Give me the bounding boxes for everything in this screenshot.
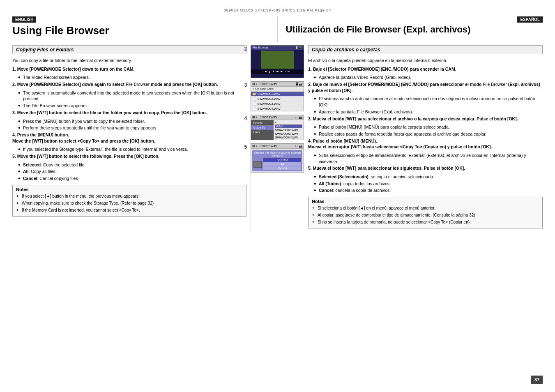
screen4-path: ⊞ /.../ 100SSWAV	[252, 115, 277, 119]
screen4-display: ⊞ /.../ 100SSWAV ↑↓ 📷 Delete Copy To Loc…	[251, 115, 304, 140]
screen4-block: 4 ⊞ /.../ 100SSWAV ↑↓ 📷 Delete Copy To L…	[251, 115, 304, 140]
screen5-display: ⊞ /.../ 100SSWAV ↑↓ 📷 Choose the file(s)…	[251, 143, 304, 173]
screen2-number: 2	[244, 46, 247, 52]
screen4-icons: ↑↓ 📷	[295, 115, 303, 119]
screen3-icons: 📱📷	[295, 82, 302, 86]
screen3-uplevel: ↑Up One Level	[251, 87, 304, 92]
screen2-image	[261, 51, 294, 69]
step2-left: 2. Move [POWER/MODE Selector] down again…	[12, 81, 246, 88]
note-item: Si no se inserta la tarjeta de memoria, …	[312, 219, 539, 225]
screen4-wav: WAV	[275, 125, 302, 128]
step2-right: 2. Baje de nuevo el [Selector POWER/MODE…	[308, 81, 543, 93]
memory-card-icon	[253, 161, 262, 168]
bullet: All: Copy all files.	[18, 168, 246, 175]
screen3-display: ⊞ /.../ 100SSWAV 📱📷 ↑Up One Level 📁SWAV0…	[251, 81, 304, 111]
screen2-controls: ⏹▶⏸⏭⏭STAY	[251, 69, 304, 74]
notes-box-left: Notes If you select [◄] button in the me…	[12, 185, 246, 217]
page-number: 87	[531, 376, 543, 384]
bullet: Si ha seleccionado el tipo de almacenami…	[314, 152, 543, 164]
bullet: Selected: Copy the selected file.	[18, 162, 246, 168]
step3-left: 3. Move the [W/T] button to select the f…	[12, 110, 246, 116]
screen3-item3: 📄SWAV0003.WAV	[251, 101, 304, 106]
intro-left: You can copy a file or folder to the int…	[12, 58, 246, 64]
btn-cancel: Cancel	[263, 166, 301, 170]
lang-badge-english: ENGLISH	[12, 16, 36, 23]
screen4-number: 4	[244, 115, 247, 121]
screen4-files: el WAV SWAV0002.WAV SWAV0003.WAV SWAV000…	[274, 120, 304, 140]
screen4-header: ⊞ /.../ 100SSWAV ↑↓ 📷	[251, 115, 304, 120]
bullet: Press the [MENU] button if you want to c…	[18, 118, 246, 125]
screen3-item1: 📁SWAV0001.WAV	[251, 92, 304, 97]
uplevel-label: Up One Level	[255, 87, 274, 91]
main-title-left: Using File Browser	[12, 24, 269, 37]
step4-left: 4. Press the [MENU] button.Move the [W/T…	[12, 132, 246, 144]
screen5-dialog-text: Choose the file(s) to copy to external m…	[253, 151, 301, 157]
screen2-icons: 🔋📷	[295, 46, 302, 49]
main-title-right: Utilización de File Browser (Expl. archi…	[286, 24, 543, 35]
screen3-header: ⊞ /.../ 100SSWAV 📱📷	[251, 82, 304, 87]
page: 00906J M2100 UK+ESP-089 9/8/05 1:26 PM P…	[0, 0, 555, 392]
screen4-content: Delete Copy To Lock el WAV SWAV0002.WAV …	[251, 120, 304, 140]
notes-box-right: Notas Si selecciona el botón [◄] en el m…	[308, 197, 543, 228]
screen3-number: 3	[244, 82, 247, 88]
btn-all: All	[263, 162, 301, 166]
bullet: Perform these steps repeatedly until the…	[18, 125, 246, 131]
screen3-block: 3 ⊞ /.../ 100SSWAV 📱📷 ↑Up One Level 📁SWA…	[251, 81, 304, 111]
bullet: The system is automatically converted in…	[18, 90, 246, 102]
screen5-number: 5	[244, 144, 247, 150]
bullet: Realice estos pasos de forma repetida ha…	[314, 131, 543, 137]
step1-right: 1. Baje el [Selector POWER/MODE] (ENC./M…	[308, 66, 543, 72]
screen5-buttons: Selected All Cancel	[263, 158, 301, 170]
step3-right: 3. Mueva el botón [W/T] para seleccionar…	[308, 116, 543, 122]
screen2-block: 2 File Browser 🔋📷 ⏹▶⏸⏭⏭STAY	[251, 45, 304, 78]
note-item: If the Memory Card is not inserted, you …	[16, 208, 243, 213]
step1-bullets-left: The Video Record screen appears.	[12, 74, 246, 81]
note-item: Si selecciona el botón [◄] en el menú, a…	[312, 205, 539, 211]
bullet: Cancel: cancela la copia de archivos.	[314, 187, 543, 194]
bullet: The File Browser screen appears.	[18, 103, 246, 109]
intro-right: El archivo o la carpeta pueden copiarse …	[308, 58, 543, 64]
bullet: The Video Record screen appears.	[18, 74, 246, 81]
bullet: Cancel: Cancel copying files.	[18, 175, 246, 182]
screen3-item2: 📄SWAV0002.WAV	[251, 97, 304, 101]
step1-bullets-right: Aparece la pantalla Vídeo Record (Grab. …	[308, 74, 543, 81]
screen3-item4: 📄SWAV0004.WAV	[251, 106, 304, 111]
meta-line: 00906J M2100 UK+ESP-089 9/8/05 1:26 PM P…	[12, 8, 543, 12]
screen5-dialog: Choose the file(s) to copy to external m…	[252, 150, 302, 171]
step1-left: 1. Move [POWER/MODE Selector] down to tu…	[12, 66, 246, 72]
step2-bullets-left: The system is automatically converted in…	[12, 90, 246, 109]
menu-delete: Delete	[251, 121, 274, 125]
bullet: Selected (Seleccionado): se copia el arc…	[314, 174, 543, 180]
notes-list-right: Si selecciona el botón [◄] en el menú, a…	[312, 205, 539, 225]
screen5-options-row: Selected All Cancel	[253, 158, 301, 170]
bullet: If you selected the Storage type 'Extern…	[18, 146, 246, 152]
section-header-right: Copia de archivos o carpetas	[308, 45, 543, 54]
step2-bullets-right: El sistema cambia automáticamente al mod…	[308, 96, 543, 115]
step3-bullets-right: Pulse el botón [MENU] (MENÚ) para copiar…	[308, 124, 543, 137]
bullet: Aparece la pantalla File Browser (Expl. …	[314, 109, 543, 115]
screen5-icons: ↑↓ 📷	[295, 144, 303, 148]
step5-bullets-right: Selected (Seleccionado): se copia el arc…	[308, 174, 543, 194]
section-header-left: Copying Files or Folders	[12, 45, 246, 54]
note-item: When copying, make sure to check the Sto…	[16, 201, 243, 206]
notes-list-left: If you select [◄] button in the menu, th…	[16, 194, 243, 213]
bullet: Pulse el botón [MENU] (MENÚ) para copiar…	[314, 124, 543, 130]
screen4-menu: Delete Copy To Lock	[251, 120, 274, 140]
menu-lock: Lock	[251, 130, 274, 134]
bullet: El sistema cambia automáticamente al mod…	[314, 96, 543, 108]
bullet: Aparece la pantalla Vídeo Record (Grab. …	[314, 74, 543, 81]
screen5-header: ⊞ /.../ 100SSWAV ↑↓ 📷	[251, 144, 304, 149]
step4-bullets-left: If you selected the Storage type 'Extern…	[12, 146, 246, 152]
notes-title-left: Notes	[16, 187, 243, 192]
screen5-block: 5 ⊞ /.../ 100SSWAV ↑↓ 📷 Choose the file(…	[251, 143, 304, 173]
menu-copyto: Copy To	[251, 125, 274, 130]
note-item: Al copiar, asegúrese de comprobar el tip…	[312, 212, 539, 218]
note-item: If you select [◄] button in the menu, th…	[16, 194, 243, 199]
step4-bullets-right: Si ha seleccionado el tipo de almacenami…	[308, 152, 543, 164]
step5-bullets-left: Selected: Copy the selected file. All: C…	[12, 162, 246, 182]
screen5-path: ⊞ /.../ 100SSWAV	[252, 144, 277, 148]
btn-selected: Selected	[263, 158, 301, 162]
notes-title-right: Notas	[312, 199, 539, 204]
screen2-title: File Browser	[252, 46, 268, 49]
bullet: All (Todos): copia todos los archivos.	[314, 181, 543, 187]
